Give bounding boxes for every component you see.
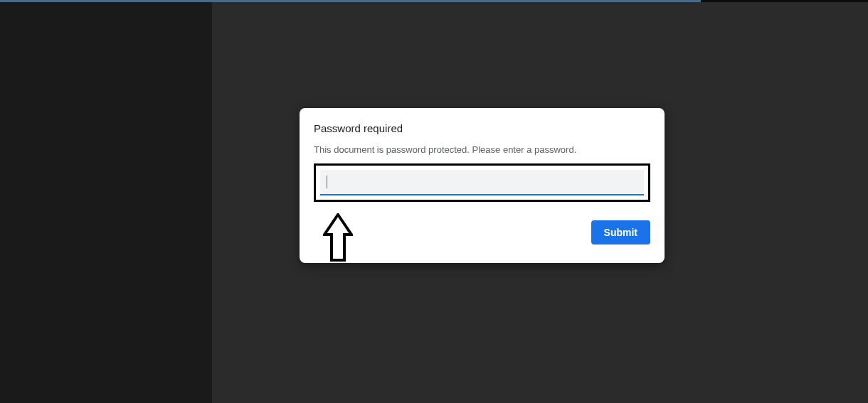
submit-button[interactable]: Submit bbox=[591, 220, 650, 245]
dialog-title: Password required bbox=[314, 122, 650, 134]
main-content-area: Password required This document is passw… bbox=[212, 2, 868, 403]
password-input[interactable] bbox=[320, 170, 644, 195]
input-highlight-frame bbox=[314, 163, 650, 202]
dialog-subtitle: This document is password protected. Ple… bbox=[314, 144, 650, 155]
text-cursor bbox=[327, 176, 327, 188]
dialog-actions: Submit bbox=[314, 220, 650, 245]
password-dialog: Password required This document is passw… bbox=[300, 108, 665, 263]
sidebar-panel bbox=[0, 2, 212, 403]
